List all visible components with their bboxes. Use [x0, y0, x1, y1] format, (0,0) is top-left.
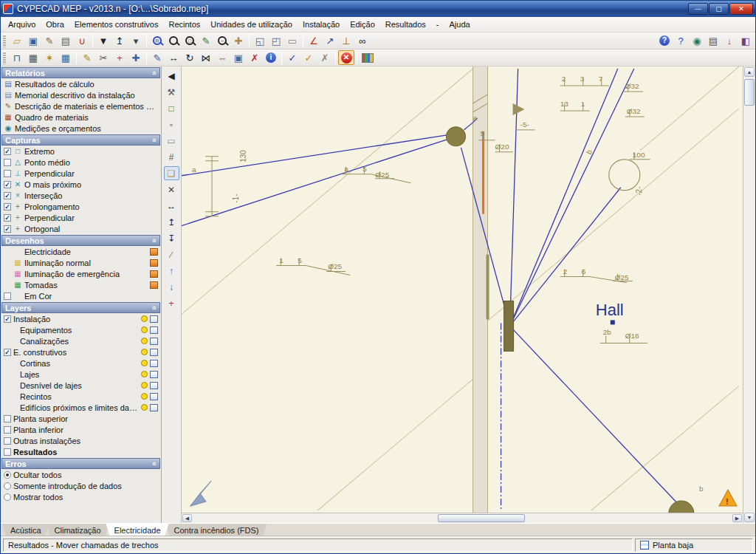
error-option[interactable]: Ocultar todos: [1, 469, 160, 480]
snap-checkbox[interactable]: [4, 214, 11, 222]
arrow-up-icon[interactable]: ↥: [164, 215, 179, 229]
zoom-out-icon[interactable]: −: [214, 33, 230, 48]
report-item[interactable]: ◉ Medições e orçamentos: [1, 123, 160, 134]
snap-item[interactable]: + Ortogonal: [1, 223, 160, 234]
edit-document-icon[interactable]: ✎: [41, 33, 58, 48]
layer-checkbox[interactable]: [4, 426, 11, 434]
layers-icon[interactable]: [150, 281, 158, 289]
palette-icon[interactable]: ▦: [360, 50, 376, 65]
layer-print-icon[interactable]: [150, 371, 158, 378]
print-preview-icon[interactable]: ▤: [705, 33, 721, 48]
menu-item[interactable]: -: [431, 18, 444, 31]
rotate-icon[interactable]: ↻: [182, 50, 198, 65]
diagonal-measure-icon[interactable]: ∕: [164, 247, 179, 261]
layer-checkbox[interactable]: [4, 437, 11, 445]
dimension-icon[interactable]: ⇔: [214, 50, 230, 65]
draw-pencil-icon[interactable]: ✎: [79, 50, 95, 65]
layer-item[interactable]: Edifícios próximos e limites da pr...: [1, 402, 160, 413]
layer-print-icon[interactable]: [150, 360, 158, 367]
report-item[interactable]: ▤ Memorial descritivo da instalação: [1, 89, 160, 100]
arrow-down-icon[interactable]: ↧: [164, 231, 179, 245]
layer-visibility-icon[interactable]: [141, 326, 148, 333]
layer-visibility-icon[interactable]: [141, 404, 148, 411]
snap-item[interactable]: ⊥ Perpendicular: [1, 168, 160, 179]
vertical-scroll-thumb[interactable]: [744, 79, 755, 106]
layer-print-icon[interactable]: [150, 415, 158, 423]
minimize-button[interactable]: —: [688, 3, 708, 15]
layer-down-icon[interactable]: ↓: [164, 280, 179, 294]
layer-visibility-icon[interactable]: [141, 437, 148, 444]
layout-icon[interactable]: ◧: [738, 33, 754, 48]
menu-item[interactable]: Arquivo: [3, 18, 41, 31]
layer-checkbox[interactable]: [4, 315, 11, 323]
drawing-checkbox[interactable]: [4, 293, 11, 300]
snap-checkbox[interactable]: [4, 148, 11, 155]
grid-icon[interactable]: #: [164, 150, 179, 164]
layer-visibility-icon[interactable]: [141, 415, 148, 422]
scroll-left-icon[interactable]: ◀: [182, 514, 192, 522]
layer-print-icon[interactable]: [150, 326, 158, 334]
layers-icon[interactable]: [150, 270, 158, 278]
measure-angle-icon[interactable]: ∠: [306, 33, 322, 48]
accept-check-icon[interactable]: ✓: [284, 50, 300, 65]
layer-item[interactable]: Desnível de lajes: [1, 380, 160, 391]
layer-item[interactable]: Resultados: [1, 446, 160, 457]
vertical-scrollbar[interactable]: ▲ ▼: [743, 66, 755, 523]
plan-selector[interactable]: Planta baja: [635, 538, 753, 552]
drawing-item[interactable]: ▦ Iluminação de emergência: [1, 268, 160, 279]
horizontal-arrows-icon[interactable]: ↔: [164, 199, 179, 213]
collapse-chevron-icon[interactable]: [151, 138, 158, 143]
scroll-down-icon[interactable]: ▼: [744, 513, 755, 522]
layer-print-icon[interactable]: [150, 437, 158, 445]
snap-item[interactable]: + Prolongamento: [1, 201, 160, 212]
layer-print-icon[interactable]: [150, 393, 158, 400]
magnet-icon[interactable]: ∪: [74, 33, 90, 48]
menu-item[interactable]: Elementos construtivos: [69, 18, 164, 31]
drawing-item[interactable]: Electricidade: [1, 246, 160, 257]
warning-icon[interactable]: !: [719, 490, 737, 506]
lamp-icon[interactable]: ✶: [41, 50, 58, 65]
close-button[interactable]: ✕: [729, 3, 753, 15]
scroll-right-icon[interactable]: ▶: [732, 514, 742, 522]
snap-item[interactable]: + Perpendicular: [1, 212, 160, 223]
layer-item[interactable]: Outras instalações: [1, 435, 160, 446]
panel-header-layers[interactable]: Layers: [1, 302, 160, 313]
toolbar-grip[interactable]: [3, 52, 6, 64]
delete-icon[interactable]: ✗: [247, 50, 263, 65]
snap-checkbox[interactable]: [4, 159, 11, 166]
layer-item[interactable]: Planta superior: [1, 413, 160, 424]
collapse-chevron-icon[interactable]: [151, 462, 158, 466]
drawing-canvas[interactable]: 2 3 7 Ø32 13 1 Ø32 -5- a 5 Ø20 a 5 Ø25 a…: [182, 66, 743, 523]
drawing-item[interactable]: ▦ Tomadas: [1, 279, 160, 290]
axes-icon[interactable]: +: [111, 50, 128, 65]
close-results-icon[interactable]: ✕: [338, 50, 354, 65]
layer-print-icon[interactable]: [150, 315, 158, 323]
selection-box-icon[interactable]: ▭: [164, 134, 179, 148]
error-radio[interactable]: [4, 471, 11, 479]
socket-icon[interactable]: ⊓: [9, 50, 25, 65]
layer-item[interactable]: Recintos: [1, 391, 160, 402]
layer-print-icon[interactable]: [150, 404, 158, 411]
tab-acustica[interactable]: Acústica: [2, 524, 49, 536]
error-option[interactable]: Somente introdução de dados: [1, 480, 160, 491]
maximize-button[interactable]: ▢: [709, 3, 729, 15]
label-bubble-icon[interactable]: ❏: [164, 166, 179, 180]
layer-visibility-icon[interactable]: [141, 382, 148, 389]
collapse-panel-icon[interactable]: ◀: [164, 69, 179, 83]
layer-visibility-icon[interactable]: [141, 426, 148, 433]
error-radio[interactable]: [4, 493, 11, 501]
layer-visibility-icon[interactable]: [141, 448, 148, 455]
snap-checkbox[interactable]: [4, 170, 11, 177]
collapse-chevron-icon[interactable]: [151, 306, 158, 310]
info-icon[interactable]: i: [263, 50, 279, 65]
copy-icon[interactable]: ▣: [230, 50, 247, 65]
menu-item[interactable]: Recintos: [163, 18, 205, 31]
panel-header-desenhos[interactable]: Desenhos: [1, 235, 160, 246]
zoom-window-icon[interactable]: [165, 33, 182, 48]
menu-item[interactable]: Obra: [41, 18, 69, 31]
menu-item[interactable]: Edição: [345, 18, 380, 31]
layer-print-icon[interactable]: [150, 426, 158, 434]
translate-icon[interactable]: ↔: [165, 50, 182, 65]
layer-checkbox[interactable]: [4, 349, 11, 356]
new-zone-icon[interactable]: □: [164, 101, 179, 115]
